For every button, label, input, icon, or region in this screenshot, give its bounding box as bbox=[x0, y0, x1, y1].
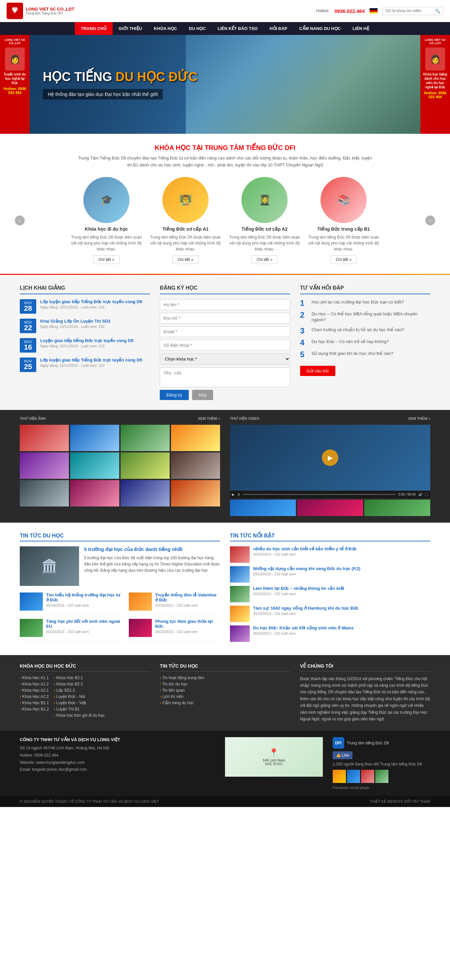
video-volume-icon[interactable]: 🔊 bbox=[418, 493, 422, 496]
footer-link-b21[interactable]: Khóa Học B2.1 bbox=[54, 676, 105, 680]
company-website[interactable]: Website: www.trungtamtiengduc.com bbox=[20, 759, 215, 767]
consult-text-4[interactable]: Du học Đức – Có nên trở về hay không? bbox=[312, 339, 389, 345]
footer-news-link-3[interactable]: Tin liên quan bbox=[160, 688, 290, 693]
highlight-title-3[interactable]: Làm thêm tại Đức – những thông tin cần b… bbox=[253, 586, 344, 591]
course-detail-btn-1[interactable]: Chi tiết » bbox=[93, 255, 119, 264]
photo-item-5[interactable] bbox=[20, 452, 69, 479]
photo-see-more[interactable]: XEM THÊM » bbox=[198, 417, 220, 420]
schedule-item-title-2[interactable]: Khai Giảng Lớp Ôn Luyện Thi SD2 bbox=[40, 319, 150, 324]
footer-link-a21[interactable]: Khóa Học A2.1 bbox=[20, 688, 49, 693]
nav-khoa-hoc[interactable]: KHÓA HỌC bbox=[148, 22, 183, 35]
social-thumb-4[interactable] bbox=[375, 770, 388, 783]
video-thumb-3[interactable] bbox=[364, 500, 430, 516]
news-item-title-2[interactable]: Tăng học phí đối với sinh viên ngoài EU bbox=[46, 619, 122, 629]
photo-item-11[interactable] bbox=[121, 480, 170, 506]
news-featured: 🏛️ 5 trường đại học của Đức danh tiếng n… bbox=[20, 546, 220, 586]
reg-email-input[interactable] bbox=[160, 326, 290, 337]
nav-gioi-thieu[interactable]: GIỚI THIỆU bbox=[113, 22, 148, 35]
consult-text-3[interactable]: Chọn trường và chuẩn bị hồ sơ du học thế… bbox=[312, 327, 404, 333]
carousel-right-arrow[interactable]: › bbox=[425, 215, 435, 225]
video-thumb-1[interactable] bbox=[230, 500, 296, 516]
footer-news-link-2[interactable]: Tin tức du học bbox=[160, 682, 290, 686]
search-button[interactable]: 🔍 bbox=[432, 7, 443, 15]
course-detail-btn-4[interactable]: Chi tiết » bbox=[331, 255, 357, 264]
footer-link-b12[interactable]: Khóa Học B1.2 bbox=[20, 707, 49, 711]
search-input[interactable] bbox=[383, 7, 432, 14]
photo-item-10[interactable] bbox=[70, 480, 119, 506]
search-bar[interactable]: 🔍 bbox=[382, 7, 444, 15]
nav-lien-he[interactable]: LIÊN HỆ bbox=[347, 22, 375, 35]
news-item-title-4[interactable]: Phong tục đám giao thừa tại Đức bbox=[155, 619, 220, 629]
video-see-more[interactable]: XEM THÊM » bbox=[408, 417, 430, 420]
send-question-button[interactable]: Gửi câu hỏi bbox=[300, 366, 336, 376]
news-item-3: Truyền thống đón lễ Valentine ở Đức 20/1… bbox=[129, 592, 220, 615]
register-button[interactable]: Đăng ký bbox=[160, 390, 189, 400]
social-thumb-2[interactable] bbox=[347, 770, 360, 783]
footer-link-b22[interactable]: Khóa Học B2.2 bbox=[54, 682, 105, 686]
schedule-item-meta-1: Ngày đăng: 22/11/2015 - Lượt xem: 222 bbox=[40, 305, 150, 309]
footer-link-luyen-b1[interactable]: Luyện Thi B1 bbox=[54, 707, 105, 711]
reg-phone-input[interactable] bbox=[160, 340, 290, 351]
photo-item-2[interactable] bbox=[70, 425, 119, 451]
photo-item-3[interactable] bbox=[121, 425, 170, 451]
photo-item-4[interactable] bbox=[171, 425, 220, 451]
course-detail-btn-2[interactable]: Chi tiết » bbox=[172, 255, 199, 264]
consult-text-5[interactable]: Sử dụng thời gian khi du học như thế nào… bbox=[312, 351, 393, 356]
nav-du-hoc[interactable]: DU HỌC bbox=[183, 22, 211, 35]
footer-link-duc-viet[interactable]: Luyện Đức - Việt bbox=[54, 700, 105, 705]
nav-cam-nang[interactable]: CẨM NANG DU HỌC bbox=[293, 22, 347, 35]
schedule-date-4: Nov 25 bbox=[20, 358, 36, 372]
banner-subtitle: Hệ thống đào tạo giáo dục Đại học bậc nh… bbox=[43, 89, 163, 100]
news-item-title-1[interactable]: Tìm hiểu hệ thống trường đại học tư ở Đứ… bbox=[46, 592, 122, 602]
highlight-title-5[interactable]: Du học Đức: Khảo sát đời sống sinh viên … bbox=[253, 625, 353, 630]
reg-course-select[interactable]: Chọn khóa học * bbox=[160, 353, 290, 365]
photo-item-8[interactable] bbox=[171, 452, 220, 479]
schedule-item-title-4[interactable]: Lớp luyện giao tiếp Tiếng Đức trực tuyến… bbox=[40, 358, 150, 363]
carousel-left-arrow[interactable]: ‹ bbox=[15, 215, 25, 225]
video-thumb-2[interactable] bbox=[297, 500, 363, 516]
footer-news-link-1[interactable]: Tin hoạt động trung tâm bbox=[160, 676, 290, 680]
video-pause-icon[interactable]: ⏸ bbox=[237, 493, 240, 496]
video-main[interactable]: ▶ bbox=[230, 425, 430, 491]
footer-link-a22[interactable]: Khóa Học A2.2 bbox=[20, 694, 49, 699]
highlight-title-2[interactable]: Những vật dụng cần mang khi sang Đức du … bbox=[253, 566, 360, 571]
play-button[interactable]: ▶ bbox=[322, 449, 338, 466]
reg-name-input[interactable] bbox=[160, 299, 290, 310]
footer-news-link-4[interactable]: Lịch thí viên bbox=[160, 694, 290, 699]
footer-link-tron-goi[interactable]: Khóa học trọn gói đi du học bbox=[54, 713, 105, 718]
fb-like-button[interactable]: 👍 Like bbox=[333, 751, 353, 759]
footer-link-sd12[interactable]: Lớp SD1.2 bbox=[54, 688, 105, 693]
nav-hoi-dap[interactable]: HỎI ĐÁP bbox=[264, 22, 293, 35]
photo-item-9[interactable] bbox=[20, 480, 69, 506]
nav-lien-ket[interactable]: LIÊN KẾT ĐÀO TẠO bbox=[211, 22, 264, 35]
social-thumb-3[interactable] bbox=[361, 770, 374, 783]
photo-item-6[interactable] bbox=[70, 452, 119, 479]
highlight-title-1[interactable]: «Điều du học sinh cần biết về bảo hiểm y… bbox=[253, 546, 357, 551]
nav-trang-chu[interactable]: TRANG CHỦ bbox=[75, 22, 113, 35]
consult-text-2[interactable]: Du Học – Có thể học MBA tổng quát hoặc M… bbox=[312, 311, 430, 323]
news-item-title-3[interactable]: Truyền thống đón lễ Valentine ở Đức bbox=[155, 592, 220, 602]
consult-text-1[interactable]: Học phí tại các trường đại học Đức bạn c… bbox=[312, 299, 404, 305]
photo-item-12[interactable] bbox=[171, 480, 220, 506]
footer-news-link-5[interactable]: Cẩm nang du học bbox=[160, 700, 290, 705]
highlight-title-4[interactable]: Tâm sự: 1642 ngày sống ở Hamburg khi du … bbox=[253, 606, 358, 611]
reg-address-input[interactable] bbox=[160, 313, 290, 324]
footer-link-a12[interactable]: Khóa Học A1.2 bbox=[20, 682, 49, 686]
social-thumb-1[interactable] bbox=[333, 770, 346, 783]
company-email[interactable]: Email: longviet.duhoc.duc@gmail.com bbox=[20, 766, 215, 773]
news-featured-title[interactable]: 5 trường đại học của Đức danh tiếng nhất bbox=[84, 546, 220, 552]
photo-item-1[interactable] bbox=[20, 425, 69, 451]
schedule-item-title-3[interactable]: Luyện giao tiếp tiếng Đức trực tuyến cùn… bbox=[40, 338, 150, 343]
news-img-4 bbox=[129, 619, 152, 637]
cancel-button[interactable]: Hủy bbox=[192, 390, 213, 400]
video-fullscreen-icon[interactable]: ⛶ bbox=[425, 493, 428, 496]
footer-link-b11[interactable]: Khóa Học B1.1 bbox=[20, 700, 49, 705]
photo-item-7[interactable] bbox=[121, 452, 170, 479]
schedule-item-title-1[interactable]: Lớp luyện giao tiếp Tiếng Đức trực tuyến… bbox=[40, 299, 150, 304]
footer-link-duc-noi[interactable]: Luyện Đức - Nói bbox=[54, 694, 105, 699]
course-detail-btn-3[interactable]: Chi tiết » bbox=[251, 255, 278, 264]
video-play-icon[interactable]: ▶ bbox=[232, 493, 235, 496]
footer-link-a11[interactable]: Khóa Học A1.1 bbox=[20, 676, 49, 680]
footer-map[interactable]: 📍 146 Linh Nam MAE BONG bbox=[225, 737, 323, 777]
reg-request-textarea[interactable] bbox=[160, 368, 290, 387]
